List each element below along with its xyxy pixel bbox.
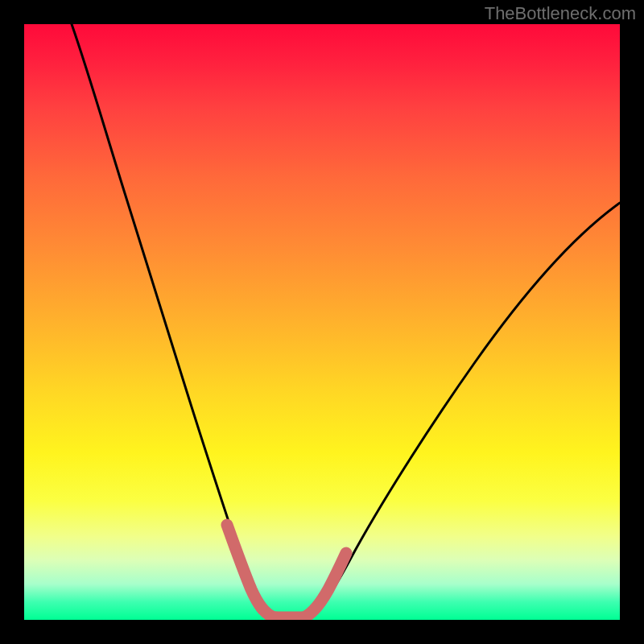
watermark-text: TheBottleneck.com <box>485 3 636 24</box>
highlight-right <box>304 553 346 617</box>
chart-frame: TheBottleneck.com <box>0 0 644 644</box>
curve-svg <box>24 24 620 620</box>
bottleneck-curve <box>72 24 620 619</box>
highlight-left <box>227 525 282 618</box>
plot-area <box>24 24 620 620</box>
